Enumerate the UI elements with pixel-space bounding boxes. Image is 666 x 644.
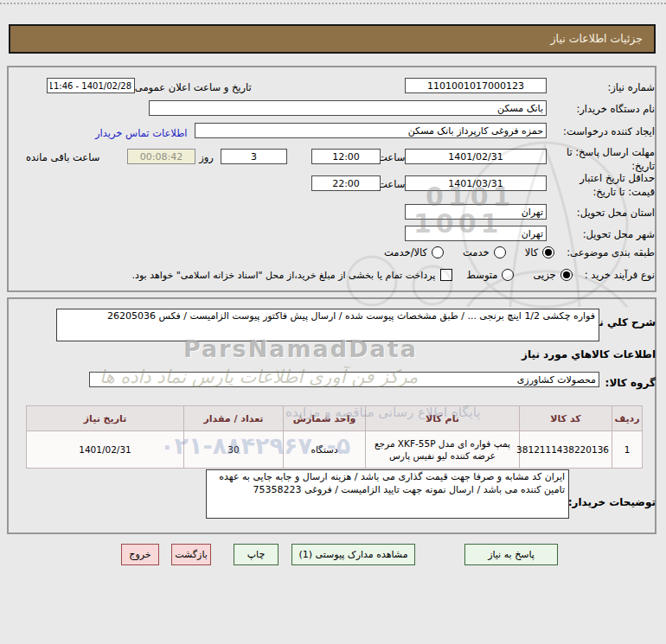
- need-number-field[interactable]: [405, 78, 547, 93]
- buyer-notes-label: توضیحات خریدار:: [568, 496, 656, 508]
- delivery-city-label: شهر محل تحویل:: [583, 228, 655, 240]
- exit-button[interactable]: خروج: [121, 544, 159, 565]
- announce-datetime-label: تاریخ و ساعت اعلان عمومی:: [131, 81, 252, 93]
- validity-time-field[interactable]: [311, 175, 381, 191]
- deadline-label: مهلت ارسال پاسخ: تا تاریخ:: [564, 146, 655, 173]
- cell-row-number: 1: [612, 431, 643, 469]
- buyer-org-label: نام دستگاه خریدار:: [576, 103, 655, 115]
- delivery-province-label: استان محل تحویل:: [577, 207, 655, 219]
- process-option-minor: جزیی: [533, 269, 555, 281]
- process-option-medium: متوسط: [466, 269, 497, 281]
- buyer-notes-textarea[interactable]: ایران کد مشابه و صرفا جهت قیمت گذاری می …: [206, 469, 569, 519]
- deadline-time-field[interactable]: [311, 149, 381, 164]
- countdown-timer-field: [127, 149, 195, 164]
- classification-label: طبقه بندی موضوعی:: [567, 246, 655, 258]
- goods-table-header-row: ردیف کد کالا نام کالا واحد شمارش تعداد /…: [27, 406, 643, 431]
- treasury-checkbox-label: پرداخت تمام یا بخشی از مبلغ خرید،از محل …: [132, 270, 436, 281]
- classification-option-goods: کالا: [525, 246, 539, 258]
- hours-remaining-label: ساعت باقی مانده: [26, 151, 99, 163]
- table-row: 1 3812111438220136 پمپ فواره ای مدل XKF-…: [27, 431, 643, 469]
- top-dotted-divider: [0, 3, 666, 4]
- classification-option-service: خدمت: [463, 246, 490, 258]
- cell-goods-code: 3812111438220136: [520, 431, 612, 469]
- price-validity-label: حداقل تاریخ اعتبار قیمت: تا تاریخ:: [553, 172, 655, 199]
- buyer-org-field[interactable]: [149, 100, 547, 116]
- treasury-checkbox[interactable]: [440, 269, 452, 281]
- col-need-date: تاریخ نیاز: [27, 406, 184, 431]
- creator-field[interactable]: [195, 123, 547, 138]
- validity-date-field[interactable]: [405, 175, 547, 191]
- back-button[interactable]: بازگشت: [171, 544, 211, 565]
- delivery-city-field[interactable]: [405, 226, 547, 241]
- cell-count-unit: دستگاه: [284, 431, 366, 469]
- classification-option-goods-service: کالا/خدمت: [384, 246, 427, 258]
- process-type-row: نوع فرآیند خرید : جزیی متوسط پرداخت تمام…: [132, 269, 655, 281]
- classification-radio-service[interactable]: [494, 246, 506, 258]
- cell-quantity: 30: [184, 431, 284, 469]
- goods-table: ردیف کد کالا نام کالا واحد شمارش تعداد /…: [26, 405, 643, 469]
- classification-radio-goods-service[interactable]: [432, 246, 444, 258]
- announce-datetime-field[interactable]: [47, 78, 135, 93]
- deadline-hour-label: ساعت: [378, 151, 405, 163]
- page-title: جزئیات اطلاعات نیاز: [9, 24, 656, 54]
- validity-hour-label: ساعت: [378, 178, 405, 190]
- cell-goods-name: پمپ فواره ای مدل XKF-55P مرجع عرضه کننده…: [366, 431, 520, 469]
- need-number-label: شماره نیاز:: [607, 81, 655, 93]
- cell-need-date: 1401/02/31: [27, 431, 184, 469]
- goods-group-field[interactable]: [89, 372, 599, 387]
- deadline-date-field[interactable]: [405, 149, 547, 164]
- buyer-contact-link[interactable]: اطلاعات تماس خریدار: [95, 127, 188, 139]
- col-row-number: ردیف: [612, 406, 643, 431]
- goods-group-label: گروه کالا:: [605, 377, 656, 389]
- creator-label: ایجاد کننده درخواست:: [563, 125, 655, 137]
- need-description-textarea[interactable]: فواره چکشی 1/2 اینچ برنجی ... / طبق مشخص…: [56, 309, 599, 341]
- process-radio-minor[interactable]: [560, 269, 573, 281]
- col-count-unit: واحد شمارش: [284, 406, 366, 431]
- classification-radio-goods[interactable]: [542, 246, 554, 258]
- delivery-province-field[interactable]: [405, 204, 547, 220]
- respond-to-need-button[interactable]: پاسخ به نیاز: [464, 544, 558, 565]
- process-type-label: نوع فرآیند خرید :: [585, 269, 655, 281]
- col-goods-code: کد کالا: [520, 406, 612, 431]
- classification-row: طبقه بندی موضوعی: کالا خدمت کالا/خدمت: [384, 246, 655, 258]
- need-details-page: { "titlebar": { "text": "جزئیات اطلاعات …: [0, 0, 666, 644]
- process-radio-medium[interactable]: [502, 269, 514, 281]
- col-quantity: تعداد / مقدار: [184, 406, 284, 431]
- remaining-days-field[interactable]: [221, 149, 287, 164]
- col-goods-name: نام کالا: [366, 406, 520, 431]
- view-attached-docs-button[interactable]: مشاهده مدارک پیوستی (1): [291, 544, 415, 565]
- goods-info-header: اطلاعات كالاهاي مورد نياز: [522, 348, 656, 360]
- print-button[interactable]: چاپ: [234, 544, 279, 565]
